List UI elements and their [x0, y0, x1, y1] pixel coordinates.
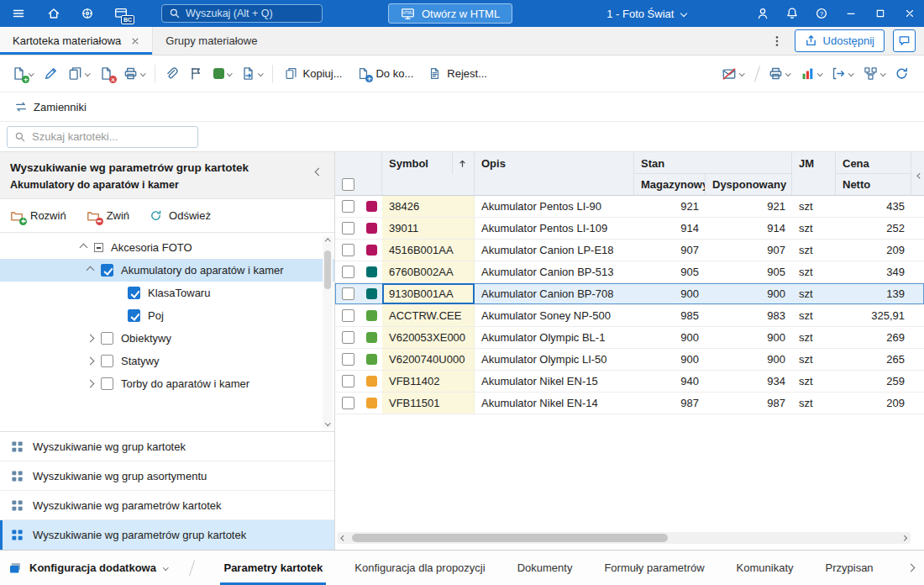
tree-checkbox[interactable]	[101, 377, 113, 390]
cell-symbol[interactable]: V6200740U000	[382, 349, 475, 370]
cell-dysponowany[interactable]: 983	[706, 305, 792, 326]
scroll-down-icon[interactable]	[323, 418, 333, 428]
kartoteka-search[interactable]	[7, 126, 198, 148]
share-button[interactable]: Udostępnij	[795, 29, 885, 52]
dropdown-chevron-icon[interactable]	[227, 71, 232, 76]
cell-netto[interactable]: 139	[836, 283, 911, 304]
nav-wyszukiwanie-parametrow-kartotek[interactable]: Wyszukiwanie wg parametrów kartotek	[0, 491, 334, 520]
sort-indicator[interactable]	[452, 152, 467, 174]
table-row[interactable]: 39011 Akumulator Pentos LI-109 914 914 s…	[335, 218, 924, 240]
bottom-tab-formuly-parametrow[interactable]: Formuły parametrów	[601, 551, 707, 585]
bottom-tab-parametry-kartotek[interactable]: Parametry kartotek	[220, 551, 326, 585]
cell-opis[interactable]: Akumulator Olympic LI-50	[475, 349, 634, 370]
dropdown-chevron-icon[interactable]	[140, 71, 145, 76]
edit-item-button[interactable]	[39, 61, 63, 87]
delete-item-button[interactable]	[94, 61, 118, 87]
cell-netto[interactable]: 259	[836, 371, 911, 392]
row-checkbox[interactable]	[342, 397, 354, 409]
tree-item[interactable]: Statywy	[0, 350, 334, 372]
row-checkbox[interactable]	[342, 244, 354, 256]
table-row[interactable]: 38426 Akumulator Pentos LI-90 921 921 sz…	[335, 196, 924, 218]
dropdown-chevron-icon[interactable]	[29, 71, 34, 76]
cell-netto[interactable]: 269	[836, 327, 911, 348]
cell-opis[interactable]: Akumulator Nikel EN-14	[475, 393, 634, 414]
cell-magazynowy[interactable]: 921	[634, 196, 706, 217]
cell-magazynowy[interactable]: 900	[634, 283, 706, 304]
bottom-tab-przypisania[interactable]: Przypisan	[822, 551, 877, 585]
cell-symbol[interactable]: ACCTRW.CEE	[382, 305, 475, 326]
horizontal-scrollbar[interactable]	[337, 532, 911, 544]
copy-item-button[interactable]	[63, 61, 95, 87]
attachments-button[interactable]	[160, 61, 184, 87]
cell-dysponowany[interactable]: 905	[706, 261, 792, 282]
dropdown-chevron-icon[interactable]	[880, 71, 885, 76]
row-checkbox[interactable]	[342, 200, 354, 213]
tree-item[interactable]: KlasaTowaru	[0, 282, 334, 304]
table-row[interactable]: V6200740U000 Akumulator Olympic LI-50 90…	[335, 349, 924, 371]
scroll-right-icon[interactable]	[897, 532, 911, 544]
cell-symbol[interactable]: 38426	[382, 196, 475, 217]
cell-netto[interactable]: 252	[836, 218, 911, 239]
column-header-netto[interactable]: Netto	[836, 174, 911, 195]
column-header-dysponowany[interactable]: Dysponowany	[706, 174, 792, 195]
bottom-tab-konfiguracja-dla-propozycji[interactable]: Konfiguracja dla propozycji	[351, 551, 488, 585]
process-button[interactable]	[858, 61, 890, 87]
row-checkbox[interactable]	[342, 331, 354, 344]
konfiguracja-dodatkowa-button[interactable]: Konfiguracja dodatkowa	[8, 561, 167, 575]
cell-symbol[interactable]: V620053XE000	[382, 327, 475, 348]
column-header-jm[interactable]: JM	[792, 152, 836, 174]
help-button[interactable]: ?	[806, 0, 836, 27]
cell-magazynowy[interactable]: 900	[634, 327, 706, 348]
cell-opis[interactable]: Akumulator Canion BP-708	[475, 283, 634, 304]
dropdown-chevron-icon[interactable]	[739, 71, 744, 76]
kopiuj-button[interactable]: Kopiuj...	[277, 61, 350, 87]
tree-item[interactable]: Obiektywy	[0, 327, 334, 350]
column-header-symbol[interactable]: Symbol	[382, 152, 475, 174]
row-checkbox[interactable]	[342, 353, 354, 366]
cell-jm[interactable]: szt	[792, 218, 836, 239]
table-row[interactable]: VFB11501 Akumulator Nikel EN-14 987 987 …	[335, 393, 924, 414]
scroll-left-icon[interactable]	[337, 532, 350, 544]
cell-dysponowany[interactable]: 907	[706, 240, 792, 261]
refresh-tree-button[interactable]: Odśwież	[150, 209, 211, 222]
cell-jm[interactable]: szt	[792, 261, 836, 282]
cell-opis[interactable]: Akumulator Pentos LI-109	[475, 218, 634, 239]
column-header-magazynowy[interactable]: Magazynowy	[634, 174, 706, 195]
cell-symbol[interactable]: VFB11501	[382, 393, 475, 414]
scrollbar-thumb[interactable]	[324, 250, 331, 289]
nav-wyszukiwanie-grup-kartotek[interactable]: Wyszukiwanie wg grup kartotek	[0, 432, 334, 461]
column-header-cena[interactable]: Cena	[836, 152, 911, 174]
cell-opis[interactable]: Akumulator Canion BP-513	[475, 261, 634, 282]
cell-symbol[interactable]: VFB11402	[382, 371, 475, 392]
print-button[interactable]	[118, 61, 150, 87]
table-row[interactable]: 6760B002AA Akumulator Canion BP-513 905 …	[335, 261, 924, 283]
notifications-button[interactable]	[777, 0, 806, 27]
home-button[interactable]	[37, 0, 71, 27]
row-checkbox[interactable]	[342, 375, 354, 387]
tree-item[interactable]: Poj	[0, 304, 334, 327]
row-checkbox[interactable]	[342, 309, 354, 322]
tree-item[interactable]: Akcesoria FOTO	[0, 236, 334, 259]
cell-magazynowy[interactable]: 987	[634, 393, 706, 414]
cell-dysponowany[interactable]: 921	[706, 196, 792, 217]
cell-jm[interactable]: szt	[792, 327, 836, 348]
cell-netto[interactable]: 349	[836, 261, 911, 282]
expanded-chevron-icon[interactable]	[80, 244, 88, 252]
tree-checkbox[interactable]	[101, 332, 113, 345]
cell-jm[interactable]: szt	[792, 283, 836, 304]
collapse-all-button[interactable]: Zwiń	[87, 209, 129, 223]
cell-opis[interactable]: Akumulator Soney NP-500	[475, 305, 634, 326]
cell-dysponowany[interactable]: 900	[706, 283, 792, 304]
bottom-tabs-overflow[interactable]	[908, 565, 916, 571]
refresh-button[interactable]	[890, 61, 914, 87]
tree-scrollbar[interactable]	[323, 236, 333, 428]
cell-opis[interactable]: Akumulator Canion LP-E18	[475, 240, 634, 261]
column-header-opis[interactable]: Opis	[475, 152, 634, 174]
minimize-button[interactable]	[836, 0, 865, 27]
tree-checkbox-checked[interactable]	[128, 309, 140, 322]
color-label-button[interactable]	[208, 61, 237, 87]
row-checkbox[interactable]	[342, 222, 354, 235]
close-button[interactable]	[895, 0, 924, 27]
rejestr-button[interactable]: Rejest...	[421, 61, 495, 87]
tree-checkbox-checked[interactable]	[101, 264, 113, 277]
